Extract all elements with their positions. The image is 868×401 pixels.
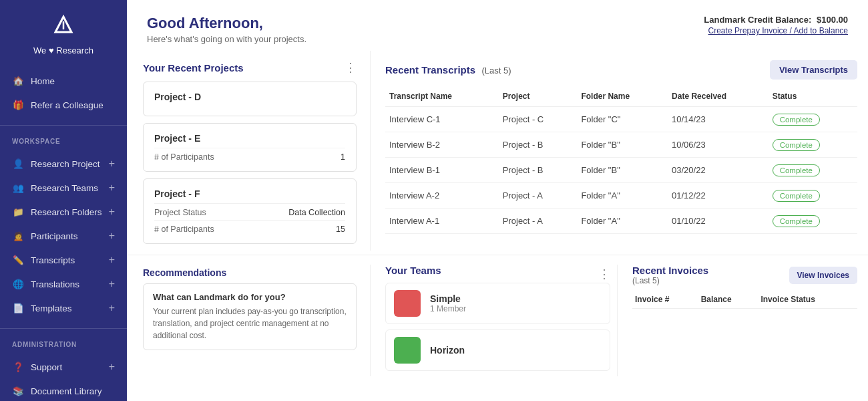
participants-plus[interactable]: + [109, 231, 115, 241]
col-status: Status [769, 86, 857, 107]
workspace-nav: 👤 Research Project + 👥 Research Teams + … [0, 148, 127, 324]
invoices-subtitle: (Last 5) [632, 276, 708, 285]
sidebar-item-support[interactable]: ❓ Support + [0, 355, 127, 379]
greeting-subtitle: Here's what's going on with your project… [147, 34, 306, 44]
project-f-participants-row: # of Participants 15 [154, 220, 345, 234]
sidebar-main-nav: 🏠 Home 🎁 Refer a Colleague [0, 65, 127, 121]
research-project-plus[interactable]: + [109, 158, 115, 169]
transcript-status-4: Complete [769, 209, 857, 234]
project-card-f: Project - F Project Status Data Collecti… [143, 178, 357, 244]
col-balance: Balance [698, 291, 758, 309]
sidebar-item-home[interactable]: 🏠 Home [0, 69, 127, 93]
bottom-area: Recommendations What can Landmark do for… [127, 255, 868, 386]
project-f-title[interactable]: Project - F [154, 188, 345, 199]
sidebar-item-refer[interactable]: 🎁 Refer a Colleague [0, 93, 127, 117]
transcripts-subtitle: (Last 5) [482, 65, 511, 76]
col-date-received: Date Received [668, 86, 769, 107]
teams-menu[interactable]: ⋮ [598, 267, 610, 281]
recommendations-section: Recommendations What can Landmark do for… [143, 265, 370, 376]
main-content: Good Afternoon, Here's what's going on w… [127, 0, 868, 401]
recent-projects-col: Your Recent Projects ⋮ Project - D Proje… [143, 51, 370, 251]
sidebar-brand: We ♥ Research [33, 45, 93, 55]
recommendations-card-text: Your current plan includes pay-as-you go… [153, 305, 347, 342]
support-plus[interactable]: + [109, 362, 115, 372]
sidebar-item-templates[interactable]: 📄 Templates + [0, 296, 127, 320]
transcript-folder-4: Folder "A" [577, 209, 668, 234]
teams-title: Your Teams [385, 265, 441, 276]
templates-icon: 📄 [12, 302, 24, 314]
team-horizon-color [394, 337, 421, 364]
transcript-row-2: Interview B-1 Project - B Folder "B" 03/… [385, 158, 857, 183]
status-badge-1: Complete [773, 139, 820, 151]
recent-projects-header: Your Recent Projects ⋮ [143, 60, 357, 75]
recommendations-card: What can Landmark do for you? Your curre… [143, 283, 357, 350]
transcripts-plus[interactable]: + [109, 255, 115, 265]
col-project: Project [499, 86, 578, 107]
project-e-title[interactable]: Project - E [154, 133, 345, 144]
teams-header: Your Teams ⋮ [385, 265, 610, 283]
team-horizon-info: Horizon [430, 345, 465, 356]
translations-plus[interactable]: + [109, 279, 115, 289]
transcripts-title-area: Recent Transcripts (Last 5) [385, 64, 511, 76]
transcript-row-0: Interview C-1 Project - C Folder "C" 10/… [385, 107, 857, 132]
gift-icon: 🎁 [12, 99, 24, 111]
view-transcripts-button[interactable]: View Transcripts [770, 60, 857, 80]
sidebar-item-translations[interactable]: 🌐 Translations + [0, 272, 127, 296]
translations-icon: 🌐 [12, 278, 24, 290]
sidebar-item-research-project[interactable]: 👤 Research Project + [0, 152, 127, 176]
document-library-icon: 📚 [12, 385, 24, 397]
transcript-status-0: Complete [769, 107, 857, 132]
status-badge-0: Complete [773, 114, 820, 126]
transcript-project-3: Project - A [499, 183, 578, 209]
admin-nav: ❓ Support + 📚 Document Library [0, 351, 127, 401]
team-simple-info: Simple 1 Member [430, 293, 466, 313]
team-card-simple: Simple 1 Member [385, 283, 610, 324]
workspace-label: WORKSPACE [0, 130, 127, 148]
recent-projects-title: Your Recent Projects [143, 62, 244, 74]
research-folders-plus[interactable]: + [109, 207, 115, 217]
your-teams-section: Your Teams ⋮ Simple 1 Member Horizon [370, 265, 617, 376]
transcript-folder-1: Folder "B" [577, 132, 668, 158]
team-simple-color [394, 290, 421, 317]
team-card-horizon: Horizon [385, 329, 610, 371]
project-d-title[interactable]: Project - D [154, 92, 345, 102]
sidebar: We ♥ Research 🏠 Home 🎁 Refer a Colleague… [0, 0, 127, 401]
transcript-status-2: Complete [769, 158, 857, 183]
project-card-d: Project - D [143, 82, 357, 116]
view-invoices-button[interactable]: View Invoices [789, 267, 858, 284]
credit-info: Landmark Credit Balance: $100.00 Create … [704, 15, 848, 35]
create-prepay-link[interactable]: Create Prepay Invoice / Add to Balance [704, 26, 848, 35]
invoices-header: Recent Invoices (Last 5) View Invoices [632, 265, 857, 285]
sidebar-item-document-library[interactable]: 📚 Document Library [0, 379, 127, 401]
sidebar-item-research-folders[interactable]: 📁 Research Folders + [0, 200, 127, 224]
sidebar-logo: We ♥ Research [0, 0, 127, 65]
transcript-name-4: Interview A-1 [385, 209, 499, 234]
sidebar-item-transcripts[interactable]: ✏️ Transcripts + [0, 248, 127, 272]
team-simple-name: Simple [430, 293, 466, 304]
project-card-e: Project - E # of Participants 1 [143, 123, 357, 172]
invoices-title-area: Recent Invoices (Last 5) [632, 265, 708, 285]
sidebar-item-research-teams[interactable]: 👥 Research Teams + [0, 176, 127, 200]
recent-projects-menu[interactable]: ⋮ [345, 60, 357, 75]
transcript-date-1: 10/06/23 [668, 132, 769, 158]
project-f-status-row: Project Status Data Collection [154, 203, 345, 217]
transcript-project-2: Project - B [499, 158, 578, 183]
upper-content: Your Recent Projects ⋮ Project - D Proje… [127, 51, 868, 251]
transcript-name-2: Interview B-1 [385, 158, 499, 183]
greeting-title: Good Afternoon, [147, 15, 306, 32]
team-simple-members: 1 Member [430, 304, 466, 313]
greeting-area: Good Afternoon, Here's what's going on w… [147, 15, 306, 44]
transcript-date-2: 03/20/22 [668, 158, 769, 183]
transcript-row-4: Interview A-1 Project - A Folder "A" 01/… [385, 209, 857, 234]
research-teams-plus[interactable]: + [109, 182, 115, 193]
transcript-name-3: Interview A-2 [385, 183, 499, 209]
project-e-participants-row: # of Participants 1 [154, 148, 345, 162]
transcripts-table: Transcript Name Project Folder Name Date… [385, 86, 857, 234]
templates-plus[interactable]: + [109, 303, 115, 313]
sidebar-item-participants[interactable]: 🙍 Participants + [0, 224, 127, 248]
participants-icon: 🙍 [12, 230, 24, 242]
transcript-folder-3: Folder "A" [577, 183, 668, 209]
transcripts-icon: ✏️ [12, 254, 24, 266]
main-header: Good Afternoon, Here's what's going on w… [127, 0, 868, 51]
col-invoice-status: Invoice Status [758, 291, 857, 309]
